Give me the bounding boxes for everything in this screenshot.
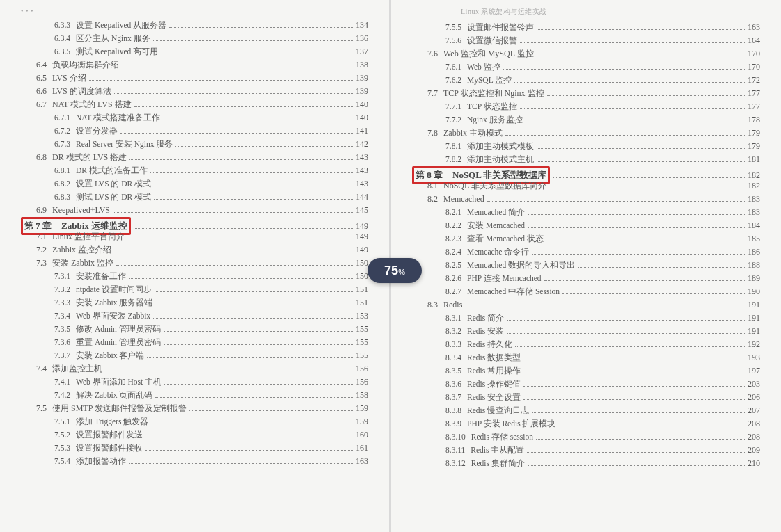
toc-entry-number: 7.7 bbox=[427, 87, 438, 100]
toc-leader-dots bbox=[89, 80, 353, 81]
toc-entry-number: 6.8.2 bbox=[54, 177, 70, 191]
toc-entry: 第 7 章 Zabbix 运维监控149 bbox=[21, 217, 368, 230]
toc-entry: 7.8Zabbix 主动模式179 bbox=[412, 127, 760, 140]
toc-entry: 7.5.5设置邮件报警铃声163 bbox=[412, 21, 760, 34]
toc-leader-dots bbox=[487, 201, 745, 202]
toc-entry: 7.4.1Web 界面添加 Host 主机156 bbox=[21, 376, 368, 389]
toc-entry-number: 7.3.4 bbox=[54, 309, 70, 323]
toc-entry-number: 7.5.3 bbox=[54, 442, 70, 455]
toc-leader-dots bbox=[578, 267, 745, 268]
toc-entry-page: 136 bbox=[356, 32, 368, 45]
toc-entry-number: 6.3.4 bbox=[54, 32, 70, 45]
toc-entry-title: 测试 Keepalived 高可用 bbox=[76, 45, 158, 58]
toc-entry-page: 170 bbox=[748, 61, 760, 74]
toc-leader-dots bbox=[145, 450, 353, 451]
toc-leader-dots bbox=[129, 463, 353, 464]
toc-entry-number: 6.7.2 bbox=[54, 124, 70, 138]
toc-entry: 7.3.7安装 Zabbix 客户端155 bbox=[21, 349, 368, 362]
toc-entry-page: 140 bbox=[356, 98, 368, 111]
toc-entry: 8.2.6PHP 连接 Memcached189 bbox=[412, 272, 760, 285]
toc-entry: 7.5.1添加 Triggers 触发器159 bbox=[21, 415, 368, 428]
toc-entry-number: 7.1 bbox=[36, 230, 47, 243]
toc-entry-title: 使用 SMTP 发送邮件报警及定制报警 bbox=[52, 402, 187, 415]
toc-entry-title: Web 界面安装 Zabbix bbox=[76, 309, 150, 323]
toc-entry: 8.3.12Redis 集群简介210 bbox=[412, 457, 760, 470]
toc-entry-title: Redis 常用操作 bbox=[467, 364, 521, 378]
toc-leader-dots bbox=[532, 412, 745, 413]
toc-entry-title: 设置邮件报警铃声 bbox=[467, 21, 534, 34]
toc-entry-page: 139 bbox=[356, 85, 368, 98]
toc-entry-page: 160 bbox=[356, 428, 368, 442]
toc-entry-title: 设置 LVS 的 DR 模式 bbox=[76, 177, 151, 191]
toc-entry: 8.2Memcached183 bbox=[412, 193, 760, 206]
toc-entry-title: 添加主动模式模板 bbox=[467, 140, 534, 153]
toc-entry-title: 设置报警邮件接收 bbox=[76, 442, 143, 455]
toc-entry-page: 142 bbox=[356, 138, 368, 151]
toc-entry: 7.8.1添加主动模式模板179 bbox=[412, 140, 760, 153]
toc-entry-page: 159 bbox=[356, 415, 368, 428]
toc-entry: 8.3.2Redis 安装191 bbox=[412, 325, 760, 338]
left-page-header: • • • bbox=[21, 7, 368, 15]
toc-leader-dots bbox=[536, 439, 745, 440]
toc-leader-dots bbox=[116, 265, 353, 266]
toc-entry-number: 7.5.4 bbox=[54, 455, 70, 468]
toc-leader-dots bbox=[129, 278, 353, 279]
zoom-indicator: 75% bbox=[368, 258, 422, 283]
toc-entry-number: 6.7.1 bbox=[54, 111, 70, 124]
toc-leader-dots bbox=[147, 357, 353, 358]
toc-entry: 8.2.2安装 Memcached184 bbox=[412, 219, 760, 232]
toc-entry-title: 添加报警动作 bbox=[76, 455, 126, 468]
toc-entry-number: 7.7.1 bbox=[445, 100, 462, 113]
toc-leader-dots bbox=[537, 161, 745, 162]
toc-entry-title: 修改 Admin 管理员密码 bbox=[76, 323, 161, 336]
zoom-value: 75 bbox=[384, 264, 398, 277]
toc-entry-page: 183 bbox=[748, 193, 760, 206]
toc-leader-dots bbox=[154, 186, 353, 186]
toc-entry-title: LVS 介绍 bbox=[52, 72, 86, 85]
toc-entry-number: 6.5 bbox=[36, 72, 47, 85]
toc-entry-title: 添加监控主机 bbox=[52, 362, 102, 376]
toc-entry-number: 6.4 bbox=[36, 58, 47, 72]
toc-entry-page: 172 bbox=[748, 74, 760, 87]
toc-entry: 8.2.1Memcached 简介183 bbox=[412, 206, 760, 219]
toc-entry-page: 150 bbox=[356, 270, 368, 283]
toc-entry-title: DR 模式的 LVS 搭建 bbox=[52, 151, 127, 164]
toc-entry-title: Redis 数据类型 bbox=[467, 351, 521, 364]
page-spread: • • • 6.3.3设置 Keepalived 从服务器1346.3.4区分主… bbox=[0, 0, 781, 532]
toc-entry: 6.7NAT 模式的 LVS 搭建140 bbox=[21, 98, 368, 111]
toc-entry-number: 7.2 bbox=[36, 243, 47, 257]
toc-leader-dots bbox=[150, 172, 353, 173]
toc-entry-number: 7.5.1 bbox=[54, 415, 70, 428]
toc-entry-title: 重置 Admin 管理员密码 bbox=[76, 336, 161, 349]
toc-leader-dots bbox=[544, 280, 745, 281]
toc-entry-page: 151 bbox=[356, 296, 368, 309]
toc-entry-number: 7.8 bbox=[427, 127, 438, 140]
toc-leader-dots bbox=[155, 305, 353, 305]
right-page-header: Linux 系统架构与运维实战 bbox=[412, 7, 760, 17]
toc-leader-dots bbox=[122, 67, 353, 67]
toc-entry-page: 140 bbox=[356, 111, 368, 124]
toc-entry: 7.4添加监控主机156 bbox=[21, 362, 368, 376]
toc-leader-dots bbox=[164, 384, 353, 385]
toc-leader-dots bbox=[559, 426, 746, 426]
toc-entry-number: 8.3.11 bbox=[445, 444, 465, 457]
toc-entry-number: 8.1 bbox=[427, 179, 438, 193]
toc-entry-page: 208 bbox=[748, 417, 760, 430]
toc-entry-page: 203 bbox=[748, 378, 760, 391]
toc-entry-number: 6.8.3 bbox=[54, 191, 70, 204]
toc-entry-number: 8.2.1 bbox=[445, 206, 462, 219]
toc-leader-dots bbox=[154, 199, 353, 200]
toc-entry-page: 143 bbox=[356, 164, 368, 177]
toc-entry-title: Zabbix 监控介绍 bbox=[52, 243, 111, 257]
toc-entry-title: Redis 存储 session bbox=[471, 430, 533, 444]
toc-entry-page: 143 bbox=[356, 177, 368, 191]
toc-entry-page: 188 bbox=[748, 259, 760, 272]
toc-entry-title: Redis 操作键值 bbox=[467, 378, 521, 391]
toc-entry: 8.3.6Redis 操作键值203 bbox=[412, 378, 760, 391]
toc-leader-dots bbox=[164, 344, 353, 345]
toc-entry-page: 137 bbox=[356, 45, 368, 58]
toc-entry-title: NAT 模式的 LVS 搭建 bbox=[52, 98, 132, 111]
toc-leader-dots bbox=[164, 331, 353, 332]
toc-leader-dots bbox=[503, 69, 745, 70]
toc-entry-title: Web 监控和 MySQL 监控 bbox=[443, 47, 534, 61]
